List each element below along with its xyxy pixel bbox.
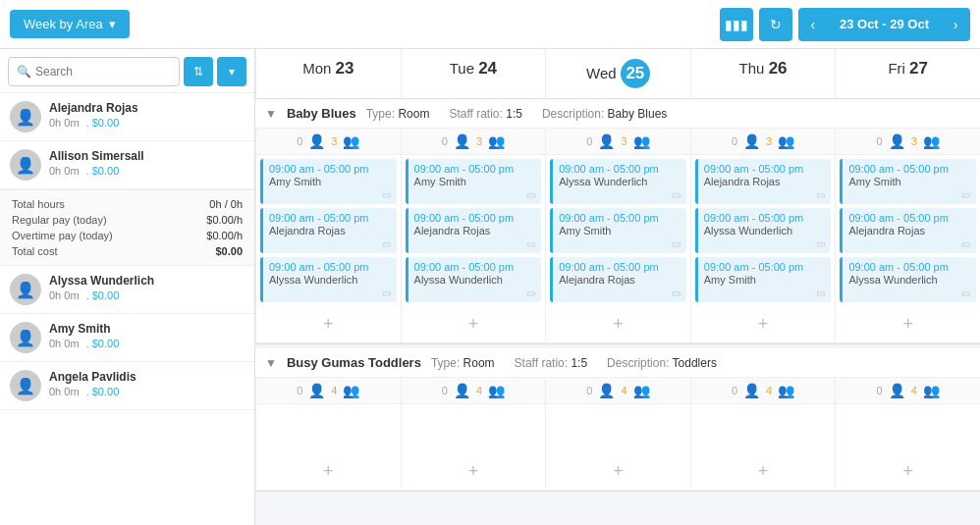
shift-staff-name: Amy Smith <box>704 274 826 286</box>
filter-button[interactable]: ▾ <box>217 57 246 86</box>
add-shift-button[interactable]: + <box>401 306 546 342</box>
staff-info: Amy Smith 0h 0m . $0.00 <box>49 322 245 349</box>
search-icon: 🔍 <box>17 65 31 79</box>
staff-item[interactable]: 👤 Alejandra Rojas 0h 0m . $0.00 <box>0 93 254 141</box>
room-description-label: Description: Baby Blues <box>542 107 677 121</box>
shift-time: 09:00 am - 05:00 pm <box>704 261 826 273</box>
empty-person-icon: 👤 <box>454 133 470 149</box>
chart-icon: ▮▮▮ <box>725 17 748 32</box>
filled-person-icon: 👥 <box>778 383 794 398</box>
chart-button[interactable]: ▮▮▮ <box>720 8 753 41</box>
staff-item[interactable]: 👤 Alyssa Wunderlich 0h 0m . $0.00 <box>0 266 254 314</box>
add-shift-button[interactable]: + <box>545 453 690 490</box>
shift-card[interactable]: 09:00 am - 05:00 pm Alyssa Wunderlich ▭ <box>406 257 542 302</box>
add-shift-button[interactable]: + <box>690 453 836 490</box>
filled-person-icon: 👥 <box>488 133 505 149</box>
shifts-column <box>835 404 980 453</box>
shifts-column <box>690 404 836 453</box>
date-range-label: 23 Oct - 29 Oct <box>828 8 941 41</box>
shift-staff-name: Alejandra Rojas <box>848 225 970 236</box>
add-shift-row: +++++ <box>255 306 980 343</box>
shifts-grid <box>255 404 980 453</box>
room-staff-ratio-label: Staff ratio: 1:5 <box>449 107 532 121</box>
day-header-fri: Fri 27 <box>835 49 980 98</box>
shift-card[interactable]: 09:00 am - 05:00 pm Alyssa Wunderlich ▭ <box>260 257 397 302</box>
staff-info: Allison Simersall 0h 0m . $0.00 <box>49 149 245 177</box>
total-hours-label: Total hours <box>12 198 65 210</box>
empty-person-icon: 👤 <box>598 133 615 149</box>
staff-item[interactable]: 👤 Allison Simersall 0h 0m . $0.00 <box>0 141 254 189</box>
add-shift-button[interactable]: + <box>255 306 401 342</box>
shift-camera-icon: ▭ <box>414 288 536 298</box>
add-shift-row: +++++ <box>255 453 980 491</box>
staff-info: Angela Pavlidis 0h 0m . $0.00 <box>49 370 245 397</box>
avatar: 👤 <box>10 149 41 181</box>
shift-camera-icon: ▭ <box>848 238 970 249</box>
shift-card[interactable]: 09:00 am - 05:00 pm Alejandra Rojas ▭ <box>406 208 542 253</box>
staff-hours: 0h 0m . $0.00 <box>49 289 245 301</box>
room-name: Busy Gumas Toddlers <box>287 355 421 370</box>
refresh-button[interactable]: ↻ <box>759 8 792 41</box>
sidebar-search-area: 🔍 ⇅ ▾ <box>0 49 254 93</box>
staff-item[interactable]: 👤 Amy Smith 0h 0m . $0.00 <box>0 314 254 362</box>
add-shift-button[interactable]: + <box>690 306 836 342</box>
staff-name: Alejandra Rojas <box>49 101 245 115</box>
next-week-button[interactable]: › <box>941 8 970 41</box>
filled-count: 4 <box>476 385 482 396</box>
shift-card[interactable]: 09:00 am - 05:00 pm Amy Smith ▭ <box>550 208 686 253</box>
week-by-area-button[interactable]: Week by Area ▾ <box>10 10 130 38</box>
collapse-chevron[interactable]: ▼ <box>265 107 277 121</box>
empty-count: 0 <box>877 385 883 396</box>
staff-info: Alyssa Wunderlich 0h 0m . $0.00 <box>49 274 245 301</box>
shift-card[interactable]: 09:00 am - 05:00 pm Amy Smith ▭ <box>840 159 976 204</box>
rooms-container: ▼ Baby Blues Type: Room Staff ratio: 1:5… <box>255 99 980 492</box>
week-button-label: Week by Area <box>24 17 103 31</box>
add-shift-button[interactable]: + <box>545 306 690 342</box>
add-shift-button[interactable]: + <box>835 453 980 490</box>
sort-button[interactable]: ⇅ <box>184 57 213 86</box>
filled-person-icon: 👥 <box>633 383 650 398</box>
shift-card[interactable]: 09:00 am - 05:00 pm Amy Smith ▭ <box>260 159 397 204</box>
collapse-chevron[interactable]: ▼ <box>265 356 277 370</box>
shift-card[interactable]: 09:00 am - 05:00 pm Alyssa Wunderlich ▭ <box>840 257 976 302</box>
shift-time: 09:00 am - 05:00 pm <box>269 163 391 175</box>
shift-card[interactable]: 09:00 am - 05:00 pm Alejandra Rojas ▭ <box>550 257 686 302</box>
shift-time: 09:00 am - 05:00 pm <box>559 212 681 224</box>
shift-card[interactable]: 09:00 am - 05:00 pm Amy Smith ▭ <box>406 159 542 204</box>
total-hours-value: 0h / 0h <box>209 198 243 210</box>
shift-camera-icon: ▭ <box>704 238 826 249</box>
shift-card[interactable]: 09:00 am - 05:00 pm Amy Smith ▭ <box>695 257 832 302</box>
search-input[interactable] <box>35 65 171 79</box>
room-name: Baby Blues <box>287 106 356 121</box>
shift-card[interactable]: 09:00 am - 05:00 pm Alyssa Wunderlich ▭ <box>695 208 832 253</box>
day-number: 26 <box>769 59 788 78</box>
avatar: 👤 <box>10 274 41 305</box>
add-shift-button[interactable]: + <box>401 453 546 490</box>
shift-time: 09:00 am - 05:00 pm <box>704 163 826 175</box>
shift-card[interactable]: 09:00 am - 05:00 pm Alejandra Rojas ▭ <box>260 208 397 253</box>
add-shift-button[interactable]: + <box>835 306 980 342</box>
shift-staff-name: Amy Smith <box>414 176 536 187</box>
shifts-column <box>401 404 546 453</box>
regular-pay-label: Regular pay (today) <box>12 214 107 226</box>
staff-hours: 0h 0m . $0.00 <box>49 117 245 129</box>
shift-card[interactable]: 09:00 am - 05:00 pm Alejandra Rojas ▭ <box>695 159 832 204</box>
ratio-cell: 0 👤 3 👥 <box>401 129 546 154</box>
shift-camera-icon: ▭ <box>704 288 826 298</box>
ratio-cell: 0 👤 4 👥 <box>690 378 836 403</box>
room-staff-ratio-label: Staff ratio: 1:5 <box>515 356 598 370</box>
shift-camera-icon: ▭ <box>559 238 681 249</box>
shifts-column: 09:00 am - 05:00 pm Alyssa Wunderlich ▭ … <box>545 155 690 306</box>
prev-week-button[interactable]: ‹ <box>798 8 828 41</box>
staff-item[interactable]: 👤 Angela Pavlidis 0h 0m . $0.00 <box>0 362 254 410</box>
empty-count: 0 <box>297 385 302 396</box>
shifts-grid: 09:00 am - 05:00 pm Amy Smith ▭ 09:00 am… <box>255 155 980 306</box>
shift-card[interactable]: 09:00 am - 05:00 pm Alejandra Rojas ▭ <box>840 208 976 253</box>
shift-camera-icon: ▭ <box>559 189 681 200</box>
shifts-column: 09:00 am - 05:00 pm Alejandra Rojas ▭ 09… <box>690 155 836 306</box>
shift-time: 09:00 am - 05:00 pm <box>269 261 391 273</box>
staff-hours: 0h 0m . $0.00 <box>49 338 245 349</box>
shift-card[interactable]: 09:00 am - 05:00 pm Alyssa Wunderlich ▭ <box>550 159 686 204</box>
shift-time: 09:00 am - 05:00 pm <box>414 163 536 175</box>
add-shift-button[interactable]: + <box>255 453 401 490</box>
